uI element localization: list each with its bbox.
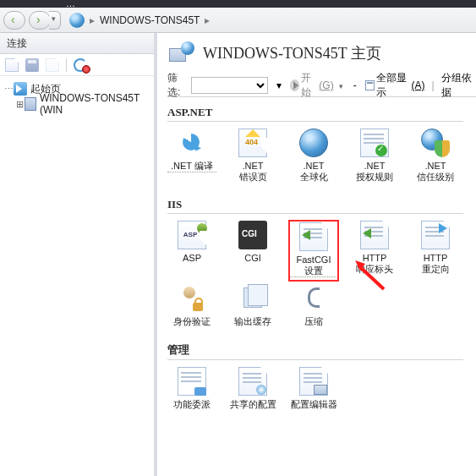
features-pane: WINDOWS-TONS45T 主页 筛选: ▾ 开始(G) - 全部显示(A)… [161, 33, 476, 476]
breadcrumb-host[interactable]: WINDOWS-TONS45T [100, 14, 200, 26]
expander-icon[interactable]: ⊞ [15, 99, 25, 110]
feature-shared-config[interactable]: 共享的配置 [228, 367, 277, 410]
connections-pane: 连接 ⋯ 起始页 ⊞ WINDOWS-TONS45T (WIN [0, 33, 157, 476]
filter-row: 筛选: ▾ 开始(G) - 全部显示(A) | 分组依据 [167, 77, 476, 97]
feature-net-globalization[interactable]: .NET 全球化 [289, 129, 338, 183]
open-icon[interactable] [46, 58, 59, 72]
server-icon [25, 97, 36, 111]
nav-back-button[interactable] [3, 11, 25, 30]
expander-icon: ⋯ [3, 84, 14, 95]
show-all-button[interactable]: 全部显示(A) [365, 71, 425, 100]
refresh-stop-icon[interactable] [74, 58, 89, 72]
page-title-row: WINDOWS-TONS45T 主页 [167, 40, 476, 67]
connections-tree: ⋯ 起始页 ⊞ WINDOWS-TONS45T (WIN [0, 76, 154, 117]
aspnet-grid: .NET 编译 .NET 错误页 .NET 全球化 .NET 授权规则 .NET… [167, 129, 476, 183]
breadcrumb-sep2: ▸ [205, 14, 210, 26]
connections-header: 连接 [0, 33, 154, 54]
connections-toolbar [0, 54, 154, 76]
sep: | [431, 79, 434, 91]
feature-net-authorization[interactable]: .NET 授权规则 [350, 129, 399, 183]
mgmt-grid: 功能委派 共享的配置 配置编辑器 [167, 367, 476, 410]
tree-label: WINDOWS-TONS45T (WIN [40, 92, 150, 116]
new-connection-icon[interactable] [5, 58, 19, 72]
filter-select[interactable] [191, 77, 269, 94]
groupby-button[interactable]: 分组依据 [441, 71, 476, 100]
group-header-aspnet: ASP.NET [167, 106, 463, 122]
save-icon[interactable] [25, 58, 39, 72]
feature-config-editor[interactable]: 配置编辑器 [289, 367, 338, 410]
nav-history-dropdown[interactable] [49, 11, 61, 30]
feature-authentication[interactable]: 身份验证 [167, 284, 216, 327]
feature-http-redirect[interactable]: HTTP 重定向 [411, 221, 460, 281]
feature-compression[interactable]: 压缩 [289, 284, 338, 327]
feature-delegation[interactable]: 功能委派 [167, 367, 216, 410]
feature-net-compile[interactable]: .NET 编译 [167, 129, 216, 183]
iis-grid: ASP CGI FastCGI 设置 HTTP 响应标头 HTTP 重定向 身份… [167, 221, 476, 327]
tree-server-node[interactable]: ⊞ WINDOWS-TONS45T (WIN [3, 96, 150, 112]
group-header-mgmt: 管理 [167, 342, 463, 360]
feature-net-error-pages[interactable]: .NET 错误页 [228, 129, 277, 183]
nav-forward-button[interactable] [29, 11, 51, 30]
server-home-icon [167, 40, 194, 67]
breadcrumb-sep: ▸ [90, 14, 95, 26]
feature-http-response-headers[interactable]: HTTP 响应标头 [350, 221, 399, 281]
globe-icon [69, 13, 85, 28]
feature-fastcgi[interactable]: FastCGI 设置 [289, 221, 338, 281]
go-dropdown[interactable] [337, 79, 343, 91]
breadcrumb-bar: ▸ WINDOWS-TONS45T ▸ [0, 8, 476, 33]
toolbar-sep [66, 58, 67, 72]
feature-asp[interactable]: ASP [167, 221, 216, 281]
go-button[interactable]: 开始(G) [290, 71, 333, 100]
titlebar-fragment: … [0, 0, 476, 8]
start-page-icon [14, 82, 27, 96]
feature-net-trust[interactable]: .NET 信任级别 [411, 129, 460, 183]
feature-output-cache[interactable]: 输出缓存 [228, 284, 277, 327]
page-title: WINDOWS-TONS45T 主页 [203, 43, 381, 63]
group-header-iis: IIS [167, 198, 463, 214]
filter-label: 筛选: [167, 71, 188, 100]
feature-cgi[interactable]: CGI [228, 221, 277, 281]
